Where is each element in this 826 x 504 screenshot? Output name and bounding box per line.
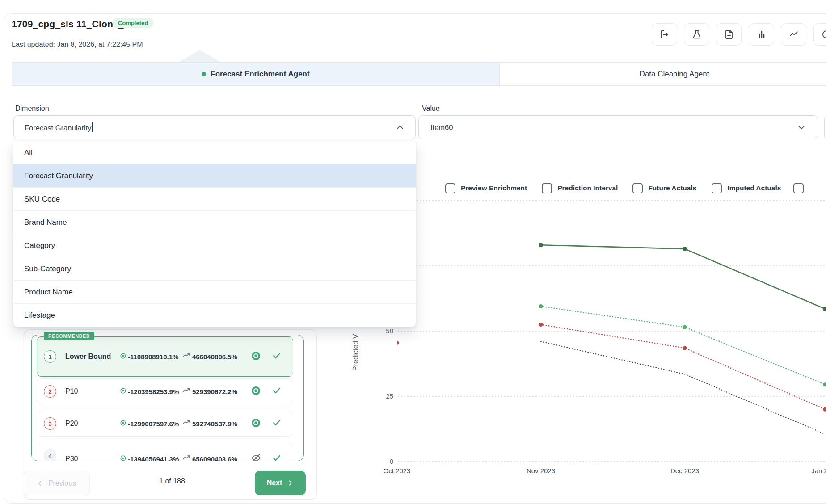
target-icon — [119, 454, 127, 462]
data-point-mid-dotted-red — [683, 346, 687, 350]
accuracy-value: -1203958253.9% — [128, 388, 179, 395]
previous-label: Previous — [48, 479, 76, 487]
accuracy-value: -1108908910.1% — [128, 353, 178, 361]
data-point-upper-dotted-green — [539, 304, 543, 308]
text-cursor — [92, 122, 93, 132]
data-point-mid-dotted-red — [395, 341, 399, 345]
checkbox-imputed-actuals[interactable] — [712, 183, 722, 193]
x-tick-label: Dec 2023 — [670, 467, 699, 475]
y-tick-label: 50 — [386, 327, 393, 335]
y-tick-label: 25 — [386, 392, 393, 400]
dimension-option-brand-name[interactable]: Brand Name — [13, 211, 416, 234]
checkbox-preview-enrichment[interactable] — [445, 183, 455, 193]
chevron-left-icon — [37, 480, 44, 487]
target-icon — [119, 419, 127, 428]
dimension-option-all[interactable]: All — [13, 141, 416, 164]
trend-icon — [182, 420, 190, 428]
y-axis-title: Predicted V — [352, 334, 359, 371]
check-icon — [272, 386, 282, 397]
app-root: 1709_cpg_sls 11_Clone_5 Completed Last u… — [0, 0, 826, 504]
x-tick-label: Jan 2024 — [811, 467, 826, 475]
data-point-upper-dotted-green — [683, 325, 687, 329]
method-card-p30[interactable]: 4P30-1394056941.3%656090403.6% — [37, 443, 293, 461]
dimension-input-value: Forecast Granularity — [25, 122, 396, 132]
trend-value: 529390672.2% — [192, 388, 237, 395]
trend-value: 592740537.9% — [192, 420, 237, 428]
y-tick-label: 0 — [390, 458, 393, 465]
checkbox-item: Preview Enrichment — [445, 183, 527, 193]
dimension-combobox[interactable]: Forecast Granularity — [13, 115, 416, 139]
data-point-mid-dotted-red — [539, 323, 543, 327]
dimension-option-sku-code[interactable]: SKU Code — [13, 188, 416, 211]
x-tick-label: Nov 2023 — [527, 467, 555, 475]
checkbox-label: Future Actuals — [648, 184, 696, 192]
rank-badge: 2 — [44, 385, 56, 398]
dimension-dropdown-list: AllForecast GranularitySKU CodeBrand Nam… — [13, 141, 416, 327]
method-card-p10[interactable]: 2P10-1203958253.9%529390672.2% — [37, 378, 293, 404]
checkbox-item: Imputed Actuals — [712, 183, 781, 193]
next-button[interactable]: Next — [255, 471, 306, 495]
checkbox-label: Prediction Interval — [557, 184, 618, 192]
target-icon — [119, 352, 127, 361]
series-lower-dotted-grey — [541, 341, 825, 434]
data-point-forecast-solid-green — [539, 243, 543, 247]
check-icon — [272, 351, 282, 362]
data-point-forecast-solid-green — [683, 247, 687, 251]
method-row: 3P20-1299007597.6%592740537.9% — [37, 411, 293, 436]
rank-badge: 4 — [44, 449, 56, 461]
recommended-badge: RECOMMENDED — [44, 332, 94, 340]
dimension-option-lifestage[interactable]: Lifestage — [13, 304, 416, 327]
dimension-option-category[interactable]: Category — [13, 234, 416, 257]
checkbox-label: Imputed Actuals — [727, 184, 781, 192]
methods-list: 1Lower Bound-1108908910.1%466040806.5%2P… — [31, 335, 304, 461]
method-name: Lower Bound — [65, 353, 111, 361]
checkbox-label: Preview Enrichment — [461, 184, 527, 192]
checkbox-future-actuals[interactable] — [632, 183, 643, 193]
check-icon — [272, 418, 282, 429]
pagination-status: 1 of 188 — [143, 477, 201, 485]
check-icon — [272, 453, 282, 461]
checkbox-clipped[interactable] — [793, 183, 804, 193]
trend-icon — [182, 387, 190, 395]
dimension-option-forecast-granularity[interactable]: Forecast Granularity — [13, 164, 416, 188]
trend-value: 466040806.5% — [192, 353, 237, 361]
eye-off-icon[interactable] — [251, 453, 261, 461]
method-row: 2P10-1203958253.9%529390672.2% — [37, 379, 293, 404]
accuracy-value: -1394056941.3% — [128, 455, 179, 462]
data-point-forecast-solid-green — [823, 307, 826, 311]
chevron-right-icon — [287, 479, 294, 487]
checkbox-prediction-interval[interactable] — [542, 183, 552, 193]
trend-icon — [182, 353, 190, 361]
eye-icon[interactable] — [251, 386, 261, 398]
rank-badge: 1 — [44, 350, 56, 363]
series-upper-dotted-green — [541, 307, 825, 385]
method-card-lower-bound[interactable]: 1Lower Bound-1108908910.1%466040806.5% — [37, 336, 293, 377]
method-name: P10 — [65, 387, 78, 395]
data-point-mid-dotted-red — [823, 407, 826, 412]
chart-options-row: Preview EnrichmentPrediction IntervalFut… — [445, 182, 804, 194]
method-row: 4P30-1394056941.3%656090403.6% — [37, 443, 293, 461]
x-tick-label: Oct 2023 — [384, 467, 411, 475]
trend-icon — [182, 455, 190, 461]
rank-badge: 3 — [44, 417, 56, 430]
eye-icon[interactable] — [251, 418, 261, 430]
method-row: 1Lower Bound-1108908910.1%466040806.5% — [37, 337, 293, 376]
trend-value: 656090403.6% — [192, 455, 237, 462]
series-forecast-solid-green — [541, 245, 825, 309]
chevron-up-icon — [396, 123, 405, 132]
target-icon — [119, 387, 127, 396]
method-name: P20 — [65, 420, 78, 428]
method-name: P30 — [65, 455, 78, 461]
data-point-upper-dotted-green — [823, 382, 826, 386]
dimension-option-sub-category[interactable]: Sub-Category — [13, 257, 416, 281]
checkbox-item: Prediction Interval — [542, 183, 618, 193]
previous-button[interactable]: Previous — [23, 471, 90, 496]
dimension-option-product-name[interactable]: Product Name — [13, 281, 416, 304]
accuracy-value: -1299007597.6% — [128, 420, 179, 428]
method-card-p20[interactable]: 3P20-1299007597.6%592740537.9% — [37, 411, 293, 437]
next-label: Next — [267, 479, 282, 487]
checkbox-item: Future Actuals — [632, 183, 696, 193]
eye-icon[interactable] — [251, 351, 261, 363]
